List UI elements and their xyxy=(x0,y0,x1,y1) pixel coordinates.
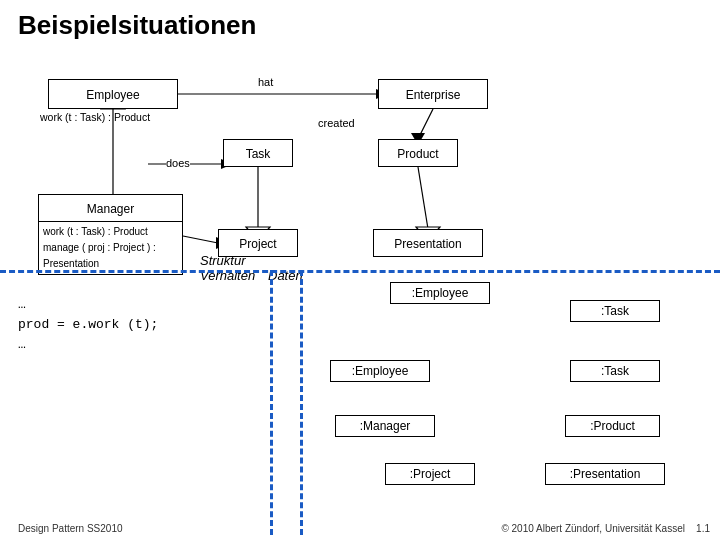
employee-work-label: work (t : Task) : Product xyxy=(40,111,185,123)
page-title: Beispielsituationen xyxy=(18,10,702,41)
diagram-area: Employee Enterprise Task Product Manager… xyxy=(18,49,702,289)
code-line2: prod = e.work (t); xyxy=(18,315,158,335)
instance-task2: :Task xyxy=(570,360,660,382)
presentation-box: Presentation xyxy=(373,229,483,257)
instance-employee2: :Employee xyxy=(330,360,430,382)
footer-page: 1.1 xyxy=(696,523,710,534)
manager-box: Manager xyxy=(38,194,183,222)
footer-copyright: © 2010 Albert Zündorf, Universität Kasse… xyxy=(501,523,685,534)
instance-employee1: :Employee xyxy=(390,282,490,304)
vert-divider-2 xyxy=(300,270,303,535)
page: Beispielsituationen xyxy=(0,0,720,540)
does-label: does xyxy=(166,157,190,169)
instance-project: :Project xyxy=(385,463,475,485)
instance-manager: :Manager xyxy=(335,415,435,437)
product-box: Product xyxy=(378,139,458,167)
footer-left: Design Pattern SS2010 xyxy=(18,523,123,534)
code-block: … prod = e.work (t); … xyxy=(18,295,158,355)
manager-method2: manage ( proj : Project ) : Presentation xyxy=(43,240,178,272)
footer-right: © 2010 Albert Zündorf, Universität Kasse… xyxy=(501,523,710,534)
svg-line-10 xyxy=(418,167,428,229)
task-box: Task xyxy=(223,139,293,167)
vert-divider-1 xyxy=(270,270,273,535)
instance-task1: :Task xyxy=(570,300,660,322)
svg-line-6 xyxy=(418,109,433,139)
manager-methods-box: work (t : Task) : Product manage ( proj … xyxy=(38,222,183,275)
hat-label: hat xyxy=(258,76,273,88)
horizontal-divider xyxy=(0,270,720,273)
created-label: created xyxy=(318,117,355,129)
instance-product: :Product xyxy=(565,415,660,437)
instance-presentation: :Presentation xyxy=(545,463,665,485)
employee-box: Employee xyxy=(48,79,178,109)
code-line1: … xyxy=(18,295,158,315)
manager-method1: work (t : Task) : Product xyxy=(43,224,178,240)
svg-line-12 xyxy=(183,236,218,243)
enterprise-box: Enterprise xyxy=(378,79,488,109)
code-line3: … xyxy=(18,335,158,355)
struktur-label: Struktur xyxy=(200,253,246,268)
